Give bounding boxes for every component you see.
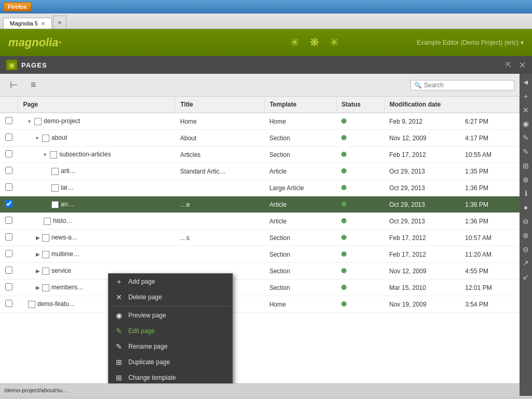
page-modtime: 1:35 PM (460, 163, 519, 180)
menu-item-edit-page[interactable]: ✎ Edit page (109, 323, 232, 339)
grid-icon[interactable]: ❋ (310, 36, 319, 49)
page-moddate: Feb 17, 2012 (384, 147, 460, 163)
table-row[interactable]: ▶members… Section Mar 15, 2010 12:01 PM (0, 280, 520, 296)
menu-item-preview-page[interactable]: ◉ Preview page (109, 308, 232, 323)
user-label: Example Editor (Demo Project) (eric) (417, 39, 518, 46)
page-modtime: 10:55 AM (460, 147, 519, 163)
page-template: Section (264, 246, 336, 263)
table-row[interactable]: demo-featu… Home Nov 19, 2009 3:54 PM (0, 296, 520, 313)
table-row[interactable]: lar… Large Article Oct 29, 2013 1:36 PM (0, 180, 520, 196)
tab-close-icon[interactable]: ✕ (41, 21, 45, 26)
sidebar-btn-minus2[interactable]: ⊖ (520, 243, 532, 256)
page-modtime: 11:20 AM (460, 246, 519, 263)
sidebar-btn-dot[interactable]: ● (520, 201, 532, 214)
row-checkbox[interactable] (5, 200, 12, 207)
sidebar-btn-info[interactable]: ℹ (520, 187, 532, 200)
page-status (336, 196, 384, 213)
page-modtime: 12:01 PM (460, 280, 519, 296)
sidebar-btn-add[interactable]: + (520, 90, 532, 103)
row-checkbox[interactable] (5, 300, 12, 307)
sidebar-btn-arrow-out[interactable]: ↗ (520, 257, 532, 270)
col-page: Page (18, 97, 175, 113)
page-moddate: Nov 19, 2009 (384, 296, 460, 313)
menu-label-add-page: Add page (128, 278, 155, 285)
status-path: /demo-project/about/su… (4, 387, 69, 393)
page-status (336, 263, 384, 280)
sidebar-btn-collapse[interactable]: ◄ (520, 76, 532, 89)
sidebar-btn-eye[interactable]: ◉ (520, 117, 532, 130)
row-checkbox[interactable] (5, 233, 12, 241)
page-status (336, 147, 384, 163)
row-checkbox[interactable] (5, 167, 12, 174)
sidebar-btn-minus[interactable]: ⊖ (520, 215, 532, 228)
topbar-user[interactable]: Example Editor (Demo Project) (eric) ▾ (417, 39, 524, 46)
row-checkbox[interactable] (5, 183, 12, 191)
menu-item-duplicate-page[interactable]: ⊞ Duplicate page (109, 354, 232, 370)
topbar-icons: ✳ ❋ ✳ (212, 36, 417, 49)
content-area: ⊢ ≡ 🔍 Page Title Template (0, 74, 520, 396)
sidebar-btn-crosshair[interactable]: ⊕ (520, 174, 532, 187)
page-status (336, 163, 384, 180)
sidebar-btn-arrow-in[interactable]: ↙ (520, 271, 532, 284)
page-template: Section (264, 147, 336, 163)
browser-title[interactable]: Firefox (3, 2, 32, 11)
row-checkbox[interactable] (5, 267, 12, 274)
table-row[interactable]: ▶service Section Nov 12, 2009 4:55 PM (0, 263, 520, 280)
table-row[interactable]: ▶news-a… …s Section Feb 17, 2012 10:57 A… (0, 230, 520, 246)
col-template: Template (264, 97, 336, 113)
page-status (336, 246, 384, 263)
row-checkbox[interactable] (5, 250, 12, 257)
section-title: PAGES (21, 61, 501, 69)
page-title: Articles (175, 147, 264, 163)
edit-icon: ✎ (115, 327, 123, 335)
browser-tab-active[interactable]: Magnolia 5 ✕ (3, 18, 52, 29)
tree-toggle-button[interactable]: ⊢ (5, 77, 23, 94)
close-icon[interactable]: ✕ (519, 60, 526, 70)
sidebar-btn-grid[interactable]: ⊞ (520, 159, 532, 172)
search-box: 🔍 (410, 80, 514, 90)
page-name: ▶news-a… (18, 230, 175, 246)
table-row[interactable]: ▾subsection-articles Articles Section Fe… (0, 147, 520, 163)
row-checkbox[interactable] (5, 283, 12, 290)
menu-item-delete-page[interactable]: ✕ Delete page (109, 289, 232, 305)
table-row[interactable]: an… …e Article Oct 29, 2013 1:36 PM (0, 196, 520, 213)
table-row[interactable]: arti… Standard Artic… Article Oct 29, 20… (0, 163, 520, 180)
page-moddate: Feb 9, 2012 (384, 113, 460, 130)
menu-item-add-page[interactable]: + Add page (109, 274, 232, 289)
rename-icon: ✎ (115, 342, 123, 351)
scissors-icon[interactable]: ✳ (290, 36, 299, 49)
page-template: Article (264, 196, 336, 213)
menu-label-duplicate-page: Duplicate page (128, 358, 170, 366)
toolbar: ⊢ ≡ 🔍 (0, 74, 520, 97)
row-checkbox[interactable] (5, 150, 12, 157)
row-checkbox[interactable] (5, 117, 12, 124)
sidebar-btn-plus2[interactable]: ⊕ (520, 229, 532, 242)
page-template: Section (264, 130, 336, 147)
page-status (336, 113, 384, 130)
user-dropdown-icon: ▾ (521, 39, 524, 46)
row-checkbox[interactable] (5, 134, 12, 141)
page-template: Section (264, 230, 336, 246)
page-template: Article (264, 163, 336, 180)
page-title (175, 246, 264, 263)
row-checkbox[interactable] (5, 217, 12, 224)
pages-table: Page Title Template Status Modification … (0, 97, 520, 313)
browser-tabs: Magnolia 5 ✕ + (0, 14, 532, 29)
search-input[interactable] (424, 82, 507, 89)
table-row[interactable]: ▶multime… Section Feb 17, 2012 11:20 AM (0, 246, 520, 263)
sidebar-btn-edit1[interactable]: ✎ (520, 131, 532, 144)
sidebar-btn-close[interactable]: ✕ (520, 104, 532, 117)
menu-item-rename-page[interactable]: ✎ Rename page (109, 339, 232, 354)
table-row[interactable]: ▾about About Section Nov 12, 2009 4:17 P… (0, 130, 520, 147)
menu-item-change-template[interactable]: ⊞ Change template (109, 370, 232, 383)
star-icon[interactable]: ✳ (329, 36, 339, 49)
sidebar-btn-edit2[interactable]: ✎ (520, 145, 532, 158)
menu-button[interactable]: ≡ (26, 77, 41, 93)
page-modtime: 3:54 PM (460, 296, 519, 313)
page-status (336, 180, 384, 196)
page-title: …e (175, 196, 264, 213)
table-row[interactable]: ▾demo-project Home Home Feb 9, 2012 6:27… (0, 113, 520, 130)
table-row[interactable]: histo… Article Oct 29, 2013 1:36 PM (0, 213, 520, 230)
new-tab-button[interactable]: + (53, 16, 66, 29)
expand-icon[interactable]: ⇱ (506, 61, 512, 69)
